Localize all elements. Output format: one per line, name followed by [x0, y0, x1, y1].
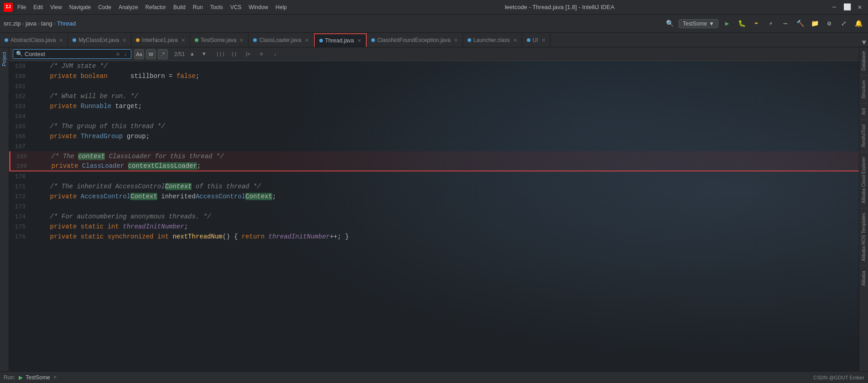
- line-num-159: 159: [9, 63, 31, 70]
- search-input[interactable]: [25, 51, 113, 57]
- tab-close-testsome[interactable]: ✕: [239, 37, 244, 43]
- line-content-162: /* What will be run. */: [31, 93, 859, 100]
- sidebar-tab-database[interactable]: Database: [860, 47, 867, 74]
- sidebar-tab-structure[interactable]: Structure: [860, 77, 867, 103]
- tab-close-myclassext[interactable]: ✕: [122, 37, 126, 43]
- build-button[interactable]: 🔨: [794, 18, 806, 30]
- search-mode-1-button[interactable]: |||: [215, 50, 226, 59]
- tab-bar-right: ▼: [862, 39, 868, 47]
- regex-button[interactable]: .*: [158, 49, 168, 59]
- menu-vcs[interactable]: VCS: [228, 3, 244, 11]
- tab-close-interface1[interactable]: ✕: [181, 37, 185, 43]
- project-tab[interactable]: Project: [1, 49, 8, 69]
- menu-build[interactable]: Build: [171, 3, 188, 11]
- menu-run[interactable]: Run: [190, 3, 206, 11]
- search-mode-2-button[interactable]: ||: [229, 50, 239, 59]
- line-num-173: 173: [9, 203, 31, 210]
- search-clear-button[interactable]: ✕: [115, 50, 120, 58]
- tab-close-abstractclass[interactable]: ✕: [59, 37, 63, 43]
- bottom-right-text: CSDN @GDUT Ember: [813, 375, 864, 380]
- menu-tools[interactable]: Tools: [208, 3, 226, 11]
- tab-label-abstractclass: AbstractClass.java: [10, 37, 56, 43]
- tab-classloader[interactable]: ClassLoader.java ✕: [249, 33, 313, 47]
- title-bar-title: leetcode - Thread.java [1.8] - IntelliJ …: [290, 4, 830, 10]
- debug-button[interactable]: 🐛: [736, 18, 748, 30]
- sidebar-tab-restfultool[interactable]: RestfulTool: [860, 121, 867, 150]
- tab-dot-myclassext: [73, 38, 76, 42]
- breadcrumb: src.zip › java › lang › Thread: [4, 20, 76, 27]
- whole-word-button[interactable]: W: [146, 49, 156, 59]
- tab-close-thread[interactable]: ✕: [357, 38, 361, 44]
- sidebar-tab-alibaba[interactable]: Alibaba: [860, 267, 867, 290]
- run-tab[interactable]: ▶ TestSome ✕: [19, 374, 57, 381]
- menu-file[interactable]: File: [15, 3, 29, 11]
- tab-close-classloader[interactable]: ✕: [305, 37, 309, 43]
- menu-analyze[interactable]: Analyze: [116, 3, 141, 11]
- minimize-button[interactable]: ─: [830, 3, 839, 12]
- search-everywhere-icon[interactable]: 🔍: [664, 18, 676, 30]
- breadcrumb-java[interactable]: java: [26, 20, 36, 27]
- tab-dot-classloader: [253, 38, 257, 42]
- tab-thread[interactable]: Thread.java ✕: [314, 33, 367, 47]
- tab-myclassext[interactable]: MyClassExt.java ✕: [68, 33, 131, 47]
- breadcrumb-srczip[interactable]: src.zip: [4, 20, 21, 27]
- profile-button[interactable]: ⚡: [765, 18, 777, 30]
- sidebar-tab-ros[interactable]: Alibaba ROS Templates: [860, 209, 867, 265]
- tab-close-launcherclass[interactable]: ✕: [513, 37, 517, 43]
- tab-close-ui[interactable]: ✕: [541, 37, 546, 43]
- menu-help[interactable]: Help: [273, 3, 290, 11]
- menu-view[interactable]: View: [47, 3, 65, 11]
- menu-edit[interactable]: Edit: [31, 3, 46, 11]
- line-content-176: private static synchronized int nextThre…: [31, 233, 859, 240]
- search-input-wrapper[interactable]: 🔍 ✕ ↓: [13, 49, 131, 59]
- tab-launcherclass[interactable]: Launcher.class ✕: [463, 33, 522, 47]
- search-history-button[interactable]: ↓: [123, 51, 128, 58]
- code-line-173: 173: [9, 202, 859, 212]
- breadcrumb-lang[interactable]: lang: [41, 20, 52, 27]
- code-line-174: 174 /* For autonumbering anonymous threa…: [9, 212, 859, 222]
- menu-window[interactable]: Window: [246, 3, 271, 11]
- search-close-button[interactable]: ↓: [270, 50, 281, 59]
- line-num-170: 170: [9, 173, 31, 180]
- notifications-button[interactable]: 🔔: [852, 18, 864, 30]
- run-tab-close[interactable]: ✕: [53, 374, 57, 380]
- menu-code[interactable]: Code: [95, 3, 114, 11]
- toolbar: src.zip › java › lang › Thread 🔍 TestSom…: [0, 15, 868, 33]
- breadcrumb-thread[interactable]: Thread: [57, 20, 76, 27]
- tab-abstractclass[interactable]: AbstractClass.java ✕: [0, 33, 68, 47]
- tab-overflow-button[interactable]: ▼: [862, 39, 866, 47]
- code-line-169: 169 private ClassLoader contextClassLoad…: [9, 161, 859, 171]
- toolbar-right: 🔍 TestSome ▼ ▶ 🐛 ☂ ⚡ ⋯ 🔨 📁 ⚙ ⤢ 🔔: [664, 18, 864, 30]
- open-project-button[interactable]: 📁: [809, 18, 821, 30]
- next-result-button[interactable]: ▼: [199, 50, 208, 59]
- settings-button[interactable]: ⚙: [823, 18, 835, 30]
- menu-navigate[interactable]: Navigate: [67, 3, 94, 11]
- tab-label-ui: UI: [533, 37, 538, 43]
- tab-testsome[interactable]: TestSome.java ✕: [190, 33, 249, 47]
- run-config-selector[interactable]: TestSome ▼: [679, 19, 718, 28]
- coverage-button[interactable]: ☂: [750, 18, 762, 30]
- main-content: Project 🔍 ✕ ↓ Aa W .* 2/51 ▲ ▼: [0, 47, 868, 371]
- run-button[interactable]: ▶: [721, 18, 733, 30]
- expand-button[interactable]: ⤢: [838, 18, 850, 30]
- close-button[interactable]: ✕: [855, 3, 864, 12]
- more-run-button[interactable]: ⋯: [780, 18, 791, 30]
- tab-ui[interactable]: UI ✕: [522, 33, 551, 47]
- line-content-168: /* The context ClassLoader for this thre…: [32, 153, 859, 160]
- tab-interface1[interactable]: Interface1.java ✕: [131, 33, 190, 47]
- match-case-button[interactable]: Aa: [134, 49, 144, 59]
- line-num-167: 167: [9, 143, 31, 150]
- tab-classnotfound[interactable]: ClassNotFoundException.java ✕: [367, 33, 463, 47]
- search-mode-4-button[interactable]: ≡: [256, 50, 267, 59]
- line-num-176: 176: [9, 233, 31, 240]
- search-extra-buttons: ||| || |⊢ ≡ ↓: [215, 50, 281, 59]
- sidebar-tab-alibaba-cloud[interactable]: Alibaba Cloud Explorer: [860, 153, 867, 207]
- sidebar-tab-ant[interactable]: Ant: [860, 104, 867, 119]
- tab-close-classnotfound[interactable]: ✕: [454, 37, 458, 43]
- left-gutter: Project: [0, 47, 9, 371]
- code-editor[interactable]: 159 /* JVM state */ 160 private boolean …: [9, 61, 859, 371]
- menu-refactor[interactable]: Refactor: [143, 3, 169, 11]
- restore-button[interactable]: ⬜: [842, 3, 852, 12]
- search-mode-3-button[interactable]: |⊢: [242, 50, 253, 59]
- prev-result-button[interactable]: ▲: [187, 50, 197, 59]
